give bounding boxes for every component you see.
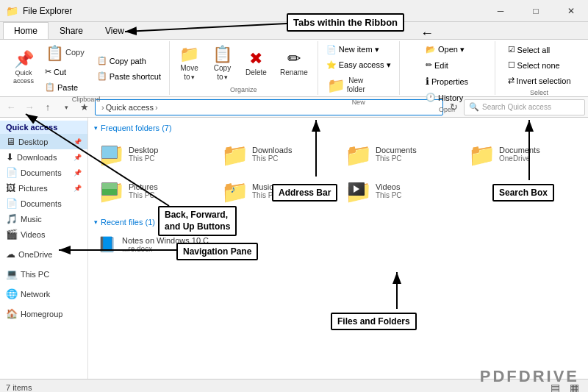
onedrive-icon: ☁ bbox=[6, 249, 15, 260]
folder-item-documents-onedrive[interactable]: 📁 Documents OneDrive bbox=[465, 138, 582, 169]
nav-item-music[interactable]: 🎵 Music bbox=[0, 211, 87, 227]
properties-button[interactable]: ℹ Properties bbox=[422, 74, 472, 89]
recent-files-header[interactable]: ▾ Recent files (1) bbox=[94, 218, 582, 227]
recent-files-list: 📘 Notes on Windows 10 C ...re.docx bbox=[94, 232, 582, 256]
nav-item-documents[interactable]: 📄 Documents 📌 bbox=[0, 165, 87, 180]
frequent-folders-header[interactable]: ▾ Frequent folders (7) bbox=[94, 124, 582, 132]
network-icon: 🌐 bbox=[6, 288, 18, 299]
paste-button[interactable]: 📋 Paste bbox=[41, 80, 82, 94]
nav-item-network[interactable]: 🌐 Network bbox=[0, 286, 87, 302]
tab-home[interactable]: Home bbox=[3, 22, 49, 39]
easy-access-button[interactable]: ⭐ Easy access ▾ bbox=[323, 58, 395, 72]
address-path: Quick access bbox=[106, 103, 154, 112]
new-folder-icon: 📁 bbox=[327, 78, 345, 93]
copy-to-button[interactable]: 📋 Copyto▾ bbox=[207, 43, 237, 85]
minimize-button[interactable]: ─ bbox=[484, 0, 517, 22]
copy-icon: 📋 bbox=[46, 46, 64, 60]
delete-icon: ✖ bbox=[249, 51, 262, 67]
main-area: Quick access 🖥 Desktop 📌 ⬇ Downloads 📌 📄… bbox=[0, 118, 588, 379]
nav-pane: Quick access 🖥 Desktop 📌 ⬇ Downloads 📌 📄… bbox=[0, 118, 88, 379]
nav-item-thispc[interactable]: 💻 This PC bbox=[0, 266, 87, 282]
open-group: 📂 Open ▾ ✏ Edit ℹ Properties 🕐 History O… bbox=[400, 41, 495, 95]
new-item-button[interactable]: 📄 New item ▾ bbox=[323, 43, 383, 57]
quick-access-icon: 📌 bbox=[14, 51, 34, 68]
cut-button[interactable]: ✂ Cut bbox=[41, 65, 70, 79]
folder-item-music[interactable]: 📁 ♪ Music This PC bbox=[218, 175, 335, 206]
paste-shortcut-button[interactable]: 📋 Paste shortcut bbox=[93, 69, 165, 83]
open-button[interactable]: 📂 Open ▾ bbox=[422, 43, 468, 57]
item-count: 7 items bbox=[6, 383, 32, 392]
rename-button[interactable]: ✏ Rename bbox=[275, 43, 313, 85]
thispc-icon: 💻 bbox=[6, 268, 18, 279]
folder-item-documents-thispc[interactable]: 📁 Documents This PC bbox=[341, 138, 459, 169]
new-item-icon: 📄 bbox=[326, 45, 337, 54]
search-box[interactable]: 🔍 Search Quick access bbox=[464, 99, 585, 115]
desktop-icon: 🖥 bbox=[6, 136, 15, 147]
nav-item-downloads[interactable]: ⬇ Downloads 📌 bbox=[0, 149, 87, 165]
nav-item-pictures[interactable]: 🖼 Pictures 📌 bbox=[0, 180, 87, 196]
recent-chevron-icon: ▾ bbox=[94, 218, 98, 226]
music-icon: 🎵 bbox=[6, 213, 18, 224]
nav-item-homegroup[interactable]: 🏠 Homegroup bbox=[0, 306, 87, 321]
quick-access-header[interactable]: Quick access bbox=[0, 121, 87, 134]
maximize-button[interactable]: □ bbox=[519, 0, 553, 22]
folder-item-downloads[interactable]: 📁 Downloads This PC bbox=[218, 138, 335, 169]
content-area: ▾ Frequent folders (7) 📁 Desktop This PC… bbox=[88, 118, 588, 379]
chevron-icon: ▾ bbox=[94, 124, 98, 132]
delete-button[interactable]: ✖ Delete bbox=[240, 43, 272, 85]
tab-view[interactable]: View bbox=[94, 22, 135, 39]
folder-item-pictures[interactable]: 📁 Pictures This PC bbox=[94, 175, 212, 206]
select-group: ☑ Select all ☐ Select none ⇄ Invert sele… bbox=[495, 41, 584, 95]
edit-button[interactable]: ✏ Edit bbox=[422, 58, 452, 72]
copy-to-icon: 📋 bbox=[212, 46, 232, 63]
arrow-indicator: ← bbox=[420, 26, 434, 41]
organize-group: 📁 Moveto▾ 📋 Copyto▾ ✖ Delete ✏ Rename Or… bbox=[170, 41, 318, 95]
new-group: 📄 New item ▾ ⭐ Easy access ▾ 📁 Newfolder… bbox=[318, 41, 400, 95]
address-bar[interactable]: › Quick access › bbox=[95, 99, 443, 115]
select-all-button[interactable]: ☑ Select all bbox=[504, 43, 554, 57]
title-bar-icon: 📁 bbox=[6, 5, 18, 17]
folder-item-desktop[interactable]: 📁 Desktop This PC bbox=[94, 138, 212, 169]
close-button[interactable]: ✕ bbox=[554, 0, 588, 22]
tab-share[interactable]: Share bbox=[49, 22, 94, 39]
ribbon-body: 📌 Quickaccess 📋 Copy ✂ Cut 📋 Paste bbox=[0, 40, 588, 97]
nav-item-onedrive[interactable]: ☁ OneDrive bbox=[0, 246, 87, 262]
history-button[interactable]: 🕐 History bbox=[422, 90, 467, 104]
pictures-icon: 🖼 bbox=[6, 182, 15, 193]
nav-item-videos[interactable]: 🎬 Videos bbox=[0, 227, 87, 242]
copy-button[interactable]: 📋 Copy bbox=[41, 43, 89, 63]
downloads-icon: ⬇ bbox=[6, 152, 14, 163]
move-to-icon: 📁 bbox=[179, 46, 199, 63]
homegroup-icon: 🏠 bbox=[6, 308, 18, 319]
invert-selection-icon: ⇄ bbox=[508, 76, 514, 85]
nav-item-desktop[interactable]: 🖥 Desktop 📌 bbox=[0, 134, 87, 149]
folder-item-videos[interactable]: 📁 Videos This PC bbox=[341, 175, 459, 206]
move-to-button[interactable]: 📁 Moveto▾ bbox=[174, 43, 204, 85]
paste-icon: 📋 bbox=[45, 82, 55, 92]
new-folder-button[interactable]: 📁 Newfolder bbox=[323, 74, 370, 97]
open-icon: 📂 bbox=[426, 45, 436, 54]
watermark: PDFDRIVE bbox=[480, 367, 579, 386]
invert-selection-button[interactable]: ⇄ Invert selection bbox=[504, 74, 575, 88]
word-doc-icon: 📘 bbox=[98, 235, 116, 253]
nav-item-documents2[interactable]: 📄 Documents bbox=[0, 196, 87, 211]
documents2-icon: 📄 bbox=[6, 198, 18, 209]
select-none-icon: ☐ bbox=[508, 60, 515, 70]
folder-grid: 📁 Desktop This PC 📁 Downloads This PC bbox=[94, 138, 582, 206]
title-bar: 📁 File Explorer ─ □ ✕ bbox=[0, 0, 588, 22]
easy-access-icon: ⭐ bbox=[326, 60, 337, 70]
rename-icon: ✏ bbox=[287, 51, 301, 67]
edit-icon: ✏ bbox=[426, 60, 432, 70]
select-all-icon: ☑ bbox=[508, 45, 515, 54]
copy-path-button[interactable]: 📋 Copy path bbox=[93, 54, 165, 68]
forward-button[interactable]: → bbox=[21, 99, 37, 115]
paste-shortcut-icon: 📋 bbox=[97, 71, 107, 81]
up-button[interactable]: ↑ bbox=[40, 99, 56, 115]
select-none-button[interactable]: ☐ Select none bbox=[504, 58, 564, 72]
file-item-notes[interactable]: 📘 Notes on Windows 10 C ...re.docx bbox=[94, 232, 582, 256]
quick-access-button[interactable]: 📌 Quickaccess bbox=[7, 48, 40, 89]
search-placeholder: Search Quick access bbox=[482, 103, 551, 111]
back-button[interactable]: ← bbox=[3, 99, 19, 115]
ribbon-tabs-bar: Home Share View ← bbox=[0, 22, 588, 40]
videos-icon: 🎬 bbox=[6, 229, 18, 240]
